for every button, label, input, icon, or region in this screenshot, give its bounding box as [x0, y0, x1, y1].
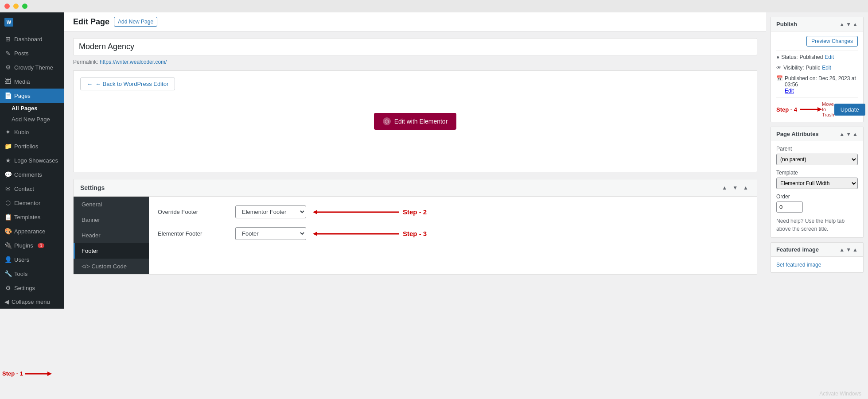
sidebar-comments-label: Comments: [14, 171, 42, 178]
page-attr-up-button[interactable]: ▲: [839, 131, 845, 137]
minimize-button[interactable]: [13, 4, 19, 9]
sidebar-item-users[interactable]: 👤 Users: [0, 252, 64, 267]
featured-image-up-button[interactable]: ▲: [839, 247, 845, 253]
permalink-url[interactable]: https://writer.wealcoder.com/: [100, 59, 167, 65]
settings-nav-banner[interactable]: Banner: [74, 212, 149, 228]
publish-panel: Publish ▲ ▼ ▲ Preview Changes ● Status: …: [771, 17, 864, 122]
svg-marker-3: [313, 210, 317, 214]
step1-label: Step - 1: [2, 370, 23, 377]
preview-changes-container: Preview Changes: [776, 36, 858, 46]
content-area: Permalink: https://writer.wealcoder.com/…: [64, 31, 766, 281]
page-attr-down-button[interactable]: ▼: [846, 131, 851, 137]
wp-logo-icon: W: [4, 18, 13, 27]
order-label: Order: [776, 194, 858, 200]
maximize-button[interactable]: [22, 4, 27, 9]
update-button[interactable]: Update: [834, 104, 865, 116]
template-select[interactable]: Elementor Full Width: [776, 178, 858, 189]
sidebar-portfolios-label: Portfolios: [14, 143, 38, 150]
back-to-wp-button[interactable]: ← ← Back to WordPress Editor: [80, 77, 175, 90]
page-attr-collapse-button[interactable]: ▲: [852, 131, 858, 137]
sidebar-logoshowcases-label: Logo Showcases: [14, 157, 58, 164]
elementor-footer-select[interactable]: Footer Default Footer None: [235, 227, 306, 240]
sidebar-item-settings[interactable]: ⚙ Settings: [0, 281, 64, 295]
publish-down-button[interactable]: ▼: [846, 21, 851, 27]
media-icon: 🖼: [4, 78, 12, 85]
publish-panel-header: Publish ▲ ▼ ▲: [771, 17, 863, 31]
publish-separator-2: [776, 97, 858, 98]
sidebar-sub-all-pages[interactable]: All Pages: [0, 103, 64, 114]
parent-select[interactable]: (no parent): [776, 154, 858, 165]
status-label: Status:: [781, 54, 798, 60]
sidebar-item-elementor[interactable]: ⬡ Elementor: [0, 196, 64, 210]
sidebar-item-contact[interactable]: ✉ Contact: [0, 182, 64, 196]
add-new-page-button[interactable]: Add New Page: [114, 17, 157, 27]
sidebar-collapse[interactable]: ◀ Collapse menu: [0, 295, 64, 309]
step2-container: Step - 2: [311, 208, 427, 216]
edit-with-elementor-button[interactable]: ⬡ Edit with Elementor: [374, 113, 457, 130]
settings-nav-general[interactable]: General: [74, 197, 149, 212]
published-on-edit-link[interactable]: Edit: [785, 88, 794, 94]
publish-up-button[interactable]: ▲: [839, 21, 845, 27]
publish-separator-1: [776, 50, 858, 50]
featured-image-title: Featured image: [776, 246, 819, 253]
featured-image-panel: Featured image ▲ ▼ ▲ Set featured image: [771, 242, 864, 273]
publish-panel-title: Publish: [776, 21, 797, 27]
sidebar-contact-label: Contact: [14, 186, 34, 192]
sidebar-item-portfolios[interactable]: 📁 Portfolios: [0, 139, 64, 153]
settings-up-button[interactable]: ▲: [720, 184, 729, 192]
sidebar-item-crowdy-theme[interactable]: ⚙ Crowdy Theme: [0, 60, 64, 74]
settings-collapse-button[interactable]: ▲: [741, 184, 750, 192]
settings-content: Override Footer Elementor Footer Default…: [149, 197, 757, 274]
sidebar-elementor-label: Elementor: [14, 200, 40, 206]
preview-changes-button[interactable]: Preview Changes: [806, 36, 858, 46]
sidebar-item-tools[interactable]: 🔧 Tools: [0, 267, 64, 281]
step3-arrow-left: [311, 231, 399, 237]
post-title-input[interactable]: [73, 38, 757, 55]
settings-header-controls: ▲ ▼ ▲: [720, 184, 750, 192]
featured-image-body: Set featured image: [771, 257, 863, 272]
move-to-trash-link[interactable]: Move to Trash: [822, 101, 834, 117]
posts-icon: ✎: [4, 50, 12, 57]
elementor-footer-label: Elementor Footer: [158, 230, 229, 237]
visibility-label: Visibility:: [783, 65, 804, 71]
sidebar-item-media[interactable]: 🖼 Media: [0, 74, 64, 89]
featured-image-down-button[interactable]: ▼: [846, 247, 851, 253]
override-footer-row: Override Footer Elementor Footer Default…: [158, 205, 748, 218]
back-arrow-icon: ←: [87, 81, 93, 87]
order-input[interactable]: [776, 201, 803, 213]
page-attributes-panel: Page Attributes ▲ ▼ ▲ Parent (no parent): [771, 127, 864, 238]
svg-marker-7: [817, 107, 822, 112]
set-featured-image-link[interactable]: Set featured image: [776, 262, 821, 268]
elementor-logo-icon: ⬡: [383, 117, 391, 125]
visibility-edit-link[interactable]: Edit: [822, 65, 831, 71]
publish-collapse-button[interactable]: ▲: [852, 21, 858, 27]
sidebar-item-comments[interactable]: 💬 Comments: [0, 167, 64, 182]
featured-image-collapse-button[interactable]: ▲: [852, 247, 858, 253]
sidebar-item-pages[interactable]: 📄 Pages: [0, 89, 64, 103]
sidebar-item-plugins[interactable]: 🔌 Plugins 1: [0, 238, 64, 252]
sidebar-templates-label: Templates: [14, 214, 40, 221]
sidebar-item-appearance[interactable]: 🎨 Appearance: [0, 224, 64, 238]
close-button[interactable]: [4, 4, 10, 9]
settings-nav-custom-code[interactable]: </> Custom Code: [74, 259, 149, 274]
parent-label: Parent: [776, 146, 858, 152]
settings-down-button[interactable]: ▼: [731, 184, 740, 192]
collapse-label: Collapse menu: [12, 298, 50, 305]
main-content: Edit Page Add New Page Permalink: https:…: [64, 12, 766, 399]
sidebar-item-kubio[interactable]: ✦ Kubio: [0, 125, 64, 139]
status-edit-link[interactable]: Edit: [825, 54, 834, 60]
sidebar-item-logo-showcases[interactable]: ★ Logo Showcases: [0, 153, 64, 167]
elementor-footer-row: Elementor Footer Footer Default Footer N…: [158, 227, 748, 240]
sidebar-sub-add-new-page[interactable]: Add New Page: [0, 114, 64, 125]
order-container: Order: [776, 194, 858, 213]
sidebar-item-posts[interactable]: ✎ Posts: [0, 46, 64, 60]
override-footer-select[interactable]: Elementor Footer Default None: [235, 205, 306, 218]
sidebar-item-templates[interactable]: 📋 Templates: [0, 210, 64, 224]
sidebar-posts-label: Posts: [14, 50, 29, 57]
sidebar-item-dashboard[interactable]: ⊞ Dashboard: [0, 32, 64, 46]
sidebar-pages-label: Pages: [14, 93, 31, 99]
users-icon: 👤: [4, 256, 12, 263]
settings-nav-footer[interactable]: Footer: [74, 243, 149, 259]
settings-nav-header[interactable]: Header: [74, 228, 149, 243]
title-bar: [0, 0, 868, 12]
